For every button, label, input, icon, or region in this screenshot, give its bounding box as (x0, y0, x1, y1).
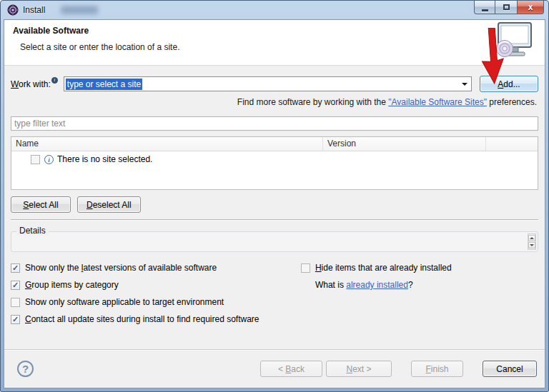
minimize-icon (482, 9, 488, 11)
details-group: Details (11, 231, 538, 252)
option-target-environment[interactable]: Show only software applicable to target … (11, 293, 301, 311)
find-more-text: Find more software by working with the "… (11, 97, 538, 107)
close-icon: x (528, 3, 533, 11)
page-title: Available Software (13, 26, 545, 36)
wizard-button-bar: ? < Back Next > Finish Cancel (4, 349, 545, 388)
details-scrollbar[interactable] (528, 233, 536, 250)
work-with-combo[interactable]: type or select a site (64, 76, 472, 91)
select-all-button[interactable]: Select All (11, 196, 71, 213)
software-install-icon (492, 22, 533, 65)
scroll-up-button[interactable] (528, 235, 535, 241)
chevron-down-icon (530, 244, 534, 246)
what-is-installed-text: What is already installed? (315, 276, 538, 293)
checkbox-checked[interactable]: ✓ (11, 263, 20, 273)
eclipse-install-icon (7, 4, 19, 16)
work-with-combo-value: type or select a site (66, 79, 142, 90)
dialog-client-area: Available Software Select a site or ente… (4, 19, 545, 388)
minimize-button[interactable] (474, 1, 495, 14)
option-hide-installed[interactable]: Hide items that are already installed (301, 259, 538, 276)
screenshot: Install x Available Software Select a si… (0, 0, 549, 392)
titlebar[interactable]: Install x (1, 1, 548, 19)
window-controls: x (474, 1, 544, 14)
option-show-latest[interactable]: ✓ Show only the latest versions of avail… (11, 259, 301, 276)
option-contact-update-sites[interactable]: ✓ Contact all update sites during instal… (11, 311, 301, 328)
combo-dropdown-button[interactable] (458, 78, 470, 90)
work-with-label: Work with: (11, 79, 51, 89)
no-site-selected-text: There is no site selected. (57, 154, 152, 164)
finish-button[interactable]: Finish (411, 361, 463, 377)
info-icon: i (51, 77, 58, 84)
install-options: ✓ Show only the latest versions of avail… (11, 259, 538, 328)
checkbox-checked[interactable]: ✓ (11, 281, 20, 290)
cancel-button[interactable]: Cancel (483, 361, 537, 377)
wizard-header: Available Software Select a site or ente… (4, 20, 545, 66)
table-row[interactable]: i There is no site selected. (11, 151, 538, 164)
checkbox-checked[interactable]: ✓ (11, 315, 20, 324)
next-button[interactable]: Next > (326, 361, 392, 377)
software-table[interactable]: Name Version i There is no site selected… (11, 136, 538, 190)
maximize-button[interactable] (495, 1, 518, 14)
chevron-down-icon (462, 83, 468, 86)
separator (11, 219, 538, 221)
window-title: Install (23, 5, 45, 15)
back-button[interactable]: < Back (260, 361, 322, 377)
details-label: Details (16, 226, 49, 236)
column-header-name[interactable]: Name (11, 137, 323, 151)
table-header: Name Version (11, 137, 538, 151)
help-button[interactable]: ? (17, 361, 34, 377)
checkbox-unchecked[interactable] (301, 263, 310, 273)
scroll-down-button[interactable] (528, 242, 535, 248)
close-button[interactable]: x (518, 1, 544, 14)
chevron-up-icon (530, 237, 534, 239)
filter-input[interactable] (11, 116, 538, 131)
install-dialog-window: Install x Available Software Select a si… (0, 0, 549, 392)
wizard-body: Work with: i type or select a site Add..… (4, 66, 545, 349)
column-header-version[interactable]: Version (323, 137, 486, 151)
info-icon: i (44, 155, 54, 164)
checkbox-unchecked[interactable] (11, 298, 20, 307)
available-software-sites-link[interactable]: "Available Software Sites" (388, 97, 487, 107)
page-subtitle: Select a site or enter the location of a… (20, 42, 545, 52)
redacted-text (61, 6, 98, 14)
column-header-empty (486, 137, 538, 151)
add-button[interactable]: Add... (480, 76, 538, 92)
deselect-all-button[interactable]: Deselect All (77, 196, 141, 213)
row-checkbox[interactable] (31, 155, 40, 164)
already-installed-link[interactable]: already installed (346, 280, 408, 290)
option-group-by-category[interactable]: ✓ Group items by category (11, 276, 301, 293)
maximize-icon (503, 4, 510, 10)
